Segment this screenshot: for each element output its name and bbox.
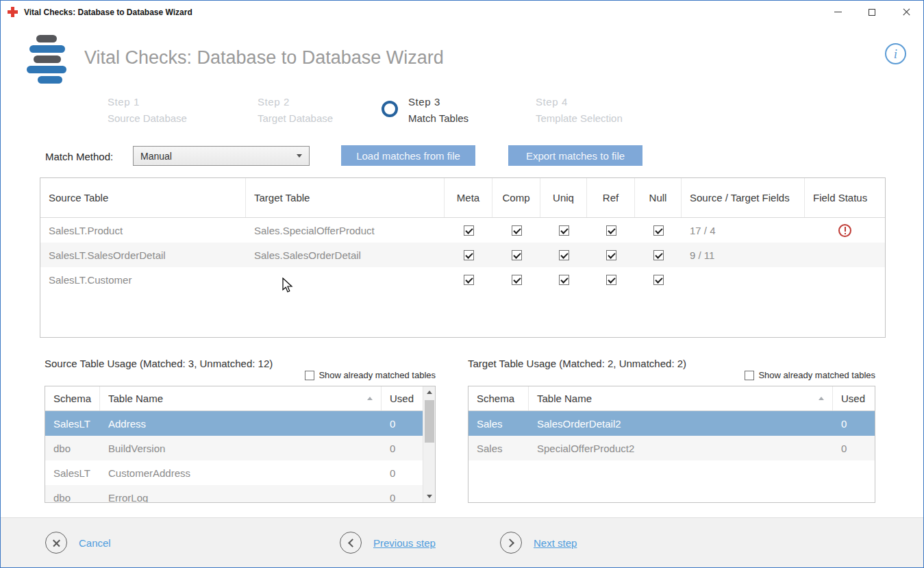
column-header-field-status[interactable]: Field Status xyxy=(805,178,885,217)
source-show-matched-toggle[interactable]: Show already matched tables xyxy=(45,370,436,380)
table-row[interactable]: SalesLT.SalesOrderDetail Sales.SalesOrde… xyxy=(40,243,885,267)
show-matched-checkbox[interactable] xyxy=(745,371,754,380)
meta-checkbox[interactable] xyxy=(464,250,474,260)
vertical-scrollbar[interactable] xyxy=(423,386,435,502)
used-cell: 0 xyxy=(382,460,423,485)
show-matched-label: Show already matched tables xyxy=(758,370,875,380)
export-matches-button[interactable]: Export matches to file xyxy=(508,145,642,166)
target-usage-table: Schema Table Name Used Sales SalesOrderD… xyxy=(468,386,875,503)
column-header-source-target-fields[interactable]: Source / Target Fields xyxy=(682,178,805,217)
comp-checkbox[interactable] xyxy=(512,250,522,260)
previous-circle xyxy=(340,532,362,554)
table-name-cell: CustomerAddress xyxy=(100,460,382,485)
table-name-cell: ErrorLog xyxy=(100,485,382,503)
scrollbar-thumb[interactable] xyxy=(425,400,434,443)
column-header-source-table[interactable]: Source Table xyxy=(40,178,246,217)
comp-checkbox[interactable] xyxy=(512,225,522,236)
column-header-null[interactable]: Null xyxy=(635,178,682,217)
column-header-schema[interactable]: Schema xyxy=(45,386,100,410)
column-header-uniq[interactable]: Uniq xyxy=(540,178,587,217)
maximize-button[interactable] xyxy=(855,1,889,23)
sort-ascending-icon[interactable] xyxy=(367,397,373,400)
column-header-table-name[interactable]: Table Name xyxy=(100,386,382,410)
step-sublabel: Source Database xyxy=(108,112,187,124)
chevron-down-icon xyxy=(297,154,302,158)
close-icon xyxy=(902,8,911,16)
target-show-matched-toggle[interactable]: Show already matched tables xyxy=(468,370,875,380)
window-controls xyxy=(821,1,923,23)
ref-checkbox[interactable] xyxy=(606,275,616,285)
meta-checkbox[interactable] xyxy=(464,275,474,285)
column-header-table-name[interactable]: Table Name xyxy=(529,386,833,410)
next-step-button[interactable]: Next step xyxy=(500,532,577,554)
null-checkbox[interactable] xyxy=(653,225,664,236)
fields-count-cell xyxy=(682,267,805,292)
match-table: Source Table Target Table Meta Comp Uniq… xyxy=(40,177,886,338)
column-header-meta[interactable]: Meta xyxy=(445,178,492,217)
table-name-cell: BuildVersion xyxy=(100,436,382,460)
column-header-target-table[interactable]: Target Table xyxy=(246,178,445,217)
maximize-icon xyxy=(869,9,875,16)
schema-cell: dbo xyxy=(45,436,100,460)
list-item[interactable]: SalesLT Address 0 xyxy=(45,411,435,436)
app-window: Vital Checks: Database to Database Wizar… xyxy=(0,0,924,568)
current-step-ring-icon xyxy=(382,101,398,117)
null-checkbox[interactable] xyxy=(653,275,664,285)
comp-checkbox[interactable] xyxy=(512,275,522,285)
target-usage-title: Target Table Usage (Matched: 2, Unmatche… xyxy=(468,358,686,369)
null-checkbox[interactable] xyxy=(653,250,664,260)
previous-step-button[interactable]: Previous step xyxy=(340,532,436,554)
target-usage-header: Schema Table Name Used xyxy=(469,386,875,411)
step-label: Step 1 xyxy=(108,96,187,108)
column-header-comp[interactable]: Comp xyxy=(492,178,540,217)
step-sublabel: Template Selection xyxy=(536,112,623,124)
page-title: Vital Checks: Database to Database Wizar… xyxy=(84,47,444,69)
table-row[interactable]: SalesLT.Product Sales.SpecialOfferProduc… xyxy=(40,218,885,243)
table-name-cell: SalesOrderDetail2 xyxy=(529,411,833,436)
step-3-match-tables: Step 3 Match Tables xyxy=(408,96,469,124)
step-label: Step 4 xyxy=(536,96,623,108)
ref-checkbox[interactable] xyxy=(606,250,616,260)
column-header-ref[interactable]: Ref xyxy=(587,178,635,217)
meta-checkbox[interactable] xyxy=(464,225,474,236)
uniq-checkbox[interactable] xyxy=(559,225,569,236)
match-method-value: Manual xyxy=(140,151,172,162)
cancel-button[interactable]: Cancel xyxy=(45,532,111,554)
next-step-label: Next step xyxy=(534,537,577,549)
column-header-used[interactable]: Used xyxy=(382,386,423,410)
column-header-used[interactable]: Used xyxy=(833,386,875,410)
ref-checkbox[interactable] xyxy=(606,225,616,236)
table-name-cell: Address xyxy=(100,411,382,436)
minimize-icon xyxy=(834,12,842,12)
minimize-button[interactable] xyxy=(821,1,855,23)
scroll-down-icon[interactable] xyxy=(423,491,436,502)
list-item[interactable]: dbo ErrorLog 0 xyxy=(45,485,435,503)
fields-count-cell: 17 / 4 xyxy=(682,218,805,243)
fields-count-cell: 9 / 11 xyxy=(682,243,805,267)
used-cell: 0 xyxy=(833,436,875,460)
list-item[interactable]: SalesLT CustomerAddress 0 xyxy=(45,460,435,485)
uniq-checkbox[interactable] xyxy=(559,275,569,285)
app-logo-icon xyxy=(27,35,76,90)
close-button[interactable] xyxy=(889,1,923,23)
field-status-error-icon[interactable] xyxy=(838,224,851,237)
sort-ascending-icon[interactable] xyxy=(819,397,824,400)
footer: Cancel Previous step Next step xyxy=(1,517,923,567)
target-table-cell[interactable] xyxy=(246,267,445,292)
column-header-schema[interactable]: Schema xyxy=(469,386,529,410)
previous-step-label: Previous step xyxy=(373,537,436,549)
source-table-cell: SalesLT.SalesOrderDetail xyxy=(40,243,246,267)
info-icon[interactable]: i xyxy=(885,43,906,64)
scroll-up-icon[interactable] xyxy=(423,386,436,398)
list-item[interactable]: Sales SalesOrderDetail2 0 xyxy=(469,411,875,436)
list-item[interactable]: Sales SpecialOfferProduct2 0 xyxy=(469,436,875,460)
uniq-checkbox[interactable] xyxy=(559,250,569,260)
next-circle xyxy=(500,532,522,554)
field-status-cell xyxy=(805,267,885,292)
match-method-dropdown[interactable]: Manual xyxy=(133,146,310,166)
show-matched-checkbox[interactable] xyxy=(305,371,314,380)
table-row[interactable]: SalesLT.Customer xyxy=(40,267,885,292)
chevron-right-icon xyxy=(505,539,514,547)
list-item[interactable]: dbo BuildVersion 0 xyxy=(45,436,435,460)
load-matches-button[interactable]: Load matches from file xyxy=(341,145,475,166)
